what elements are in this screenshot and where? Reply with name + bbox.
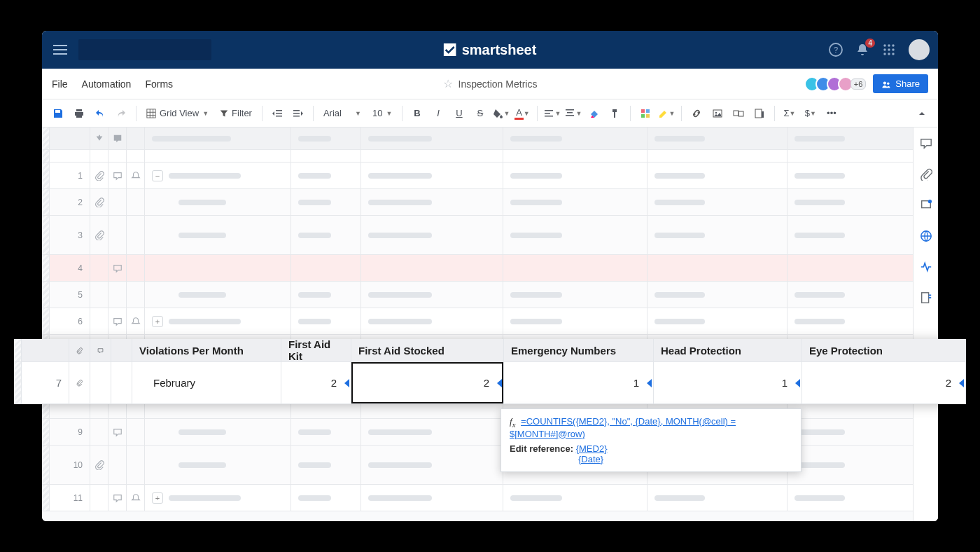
clear-format-icon[interactable] xyxy=(585,104,603,123)
grid-row[interactable]: 6 + xyxy=(42,308,938,335)
strike-icon[interactable]: S xyxy=(471,104,489,123)
menu-icon[interactable] xyxy=(50,40,70,60)
svg-text:?: ? xyxy=(834,46,838,54)
redo-icon[interactable] xyxy=(112,104,130,123)
brand-icon xyxy=(444,43,456,56)
cell-eye[interactable]: 2 xyxy=(802,362,966,403)
collaborator-more[interactable]: +6 xyxy=(850,78,867,90)
grid-row[interactable]: 9 xyxy=(42,419,938,446)
rail-activity-icon[interactable] xyxy=(920,261,932,276)
help-icon[interactable]: ? xyxy=(829,43,843,57)
column-header-row xyxy=(42,127,938,150)
svg-rect-14 xyxy=(147,109,155,117)
ref-link-2[interactable]: {Date} xyxy=(578,454,603,464)
menu-file[interactable]: File xyxy=(52,78,68,90)
col-firstaidkit[interactable]: First Aid Kit xyxy=(281,339,351,361)
underline-icon[interactable]: U xyxy=(450,104,468,123)
image-icon[interactable] xyxy=(708,104,727,123)
comment-icon[interactable] xyxy=(108,163,127,188)
italic-icon[interactable]: I xyxy=(429,104,447,123)
col-violations[interactable]: Violations Per Month xyxy=(132,339,281,361)
apps-icon[interactable] xyxy=(882,43,896,57)
svg-point-9 xyxy=(883,53,886,55)
svg-point-8 xyxy=(892,48,894,50)
toolbar: Grid View▼ Filter Arial▼ 10▼ B I U S ▼ A… xyxy=(42,99,938,127)
save-icon[interactable] xyxy=(49,104,67,123)
rail-publish-icon[interactable] xyxy=(920,230,932,245)
grid-area: 1 − 2 3 4 xyxy=(42,127,938,521)
reminder-icon[interactable] xyxy=(127,163,145,188)
cell-emergency[interactable]: 1 xyxy=(504,362,654,403)
col-head[interactable]: Head Protection xyxy=(654,339,802,361)
svg-rect-26 xyxy=(738,111,743,116)
share-button[interactable]: Share xyxy=(873,74,928,93)
print-icon[interactable] xyxy=(70,104,88,123)
favorite-icon[interactable]: ☆ xyxy=(443,77,453,90)
menu-forms[interactable]: Forms xyxy=(145,78,173,90)
fill-color-icon[interactable]: ▼ xyxy=(492,104,510,123)
grid-row[interactable]: 1 − xyxy=(42,163,938,189)
collapse-toolbar-icon[interactable] xyxy=(913,104,931,123)
font-select[interactable]: Arial▼ xyxy=(319,104,365,123)
svg-rect-27 xyxy=(755,109,762,118)
svg-point-5 xyxy=(892,44,894,46)
grid-row[interactable]: 2 xyxy=(42,189,938,216)
grid-row[interactable]: 4 xyxy=(42,255,938,282)
share-label: Share xyxy=(895,78,920,89)
more-icon[interactable]: ••• xyxy=(822,104,841,123)
col-emergency[interactable]: Emergency Numbers xyxy=(504,339,654,361)
overlay-data-row[interactable]: 7 February 2 2 1 1 2 xyxy=(14,362,966,404)
overlay-header: Violations Per Month First Aid Kit First… xyxy=(14,339,966,362)
cell-firstaidkit[interactable]: 2 xyxy=(281,362,351,403)
rail-attachments-icon[interactable] xyxy=(920,168,932,184)
attachment-icon[interactable] xyxy=(90,163,108,188)
col-eye[interactable]: Eye Protection xyxy=(802,339,966,361)
fontsize-select[interactable]: 10▼ xyxy=(368,104,396,123)
text-color-icon[interactable]: A▼ xyxy=(513,104,531,123)
grid-row[interactable]: 3 xyxy=(42,216,938,255)
rail-conversations-icon[interactable] xyxy=(920,137,932,153)
currency-icon[interactable]: $▼ xyxy=(802,104,820,123)
align-icon[interactable]: ▼ xyxy=(543,104,561,123)
grid-row[interactable]: 5 xyxy=(42,282,938,308)
cell-month[interactable]: February xyxy=(132,362,281,403)
link-icon[interactable] xyxy=(687,104,706,123)
ref-link-1[interactable]: {MED2} xyxy=(576,443,608,454)
notifications-icon[interactable]: 4 xyxy=(855,43,869,57)
cell-firstaidstocked[interactable]: 2 xyxy=(351,362,504,403)
filter-button[interactable]: Filter xyxy=(216,104,256,123)
bold-icon[interactable]: B xyxy=(408,104,426,123)
fx-icon: fx xyxy=(510,416,515,427)
outdent-icon[interactable] xyxy=(268,104,286,123)
format-painter-icon[interactable] xyxy=(606,104,624,123)
svg-point-10 xyxy=(888,53,890,55)
cell-head[interactable]: 1 xyxy=(654,362,802,403)
grid-row[interactable]: 11 + xyxy=(42,485,938,511)
grid-row[interactable]: 10 xyxy=(42,446,938,485)
view-switcher[interactable]: Grid View▼ xyxy=(142,104,213,123)
svg-rect-21 xyxy=(641,114,645,118)
indent-icon[interactable] xyxy=(289,104,307,123)
rail-summary-icon[interactable] xyxy=(920,291,932,307)
formula-link[interactable]: =COUNTIFS({MED2}, "No", {Date}, MONTH(@c… xyxy=(510,416,736,439)
valign-icon[interactable]: ▼ xyxy=(564,104,582,123)
app-header: smartsheet ? 4 xyxy=(42,31,938,69)
notification-badge: 4 xyxy=(865,39,875,48)
rail-proofs-icon[interactable] xyxy=(920,199,932,214)
highlight-icon[interactable]: ▼ xyxy=(657,104,676,123)
sum-icon[interactable]: Σ▼ xyxy=(780,104,799,123)
global-search[interactable] xyxy=(78,39,211,60)
svg-point-3 xyxy=(883,44,886,46)
col-firstaidstocked[interactable]: First Aid Stocked xyxy=(351,339,504,361)
svg-point-13 xyxy=(887,82,889,84)
undo-icon[interactable] xyxy=(91,104,109,123)
svg-point-7 xyxy=(888,48,890,50)
menu-automation[interactable]: Automation xyxy=(82,78,132,90)
conditional-format-icon[interactable] xyxy=(636,104,654,123)
proof-icon[interactable] xyxy=(750,104,769,123)
attachment-icon[interactable] xyxy=(69,362,90,403)
selection-box xyxy=(351,362,503,403)
user-avatar[interactable] xyxy=(909,39,930,60)
collaborator-stack[interactable]: +6 xyxy=(808,76,867,92)
cell-link-icon[interactable] xyxy=(729,104,748,123)
